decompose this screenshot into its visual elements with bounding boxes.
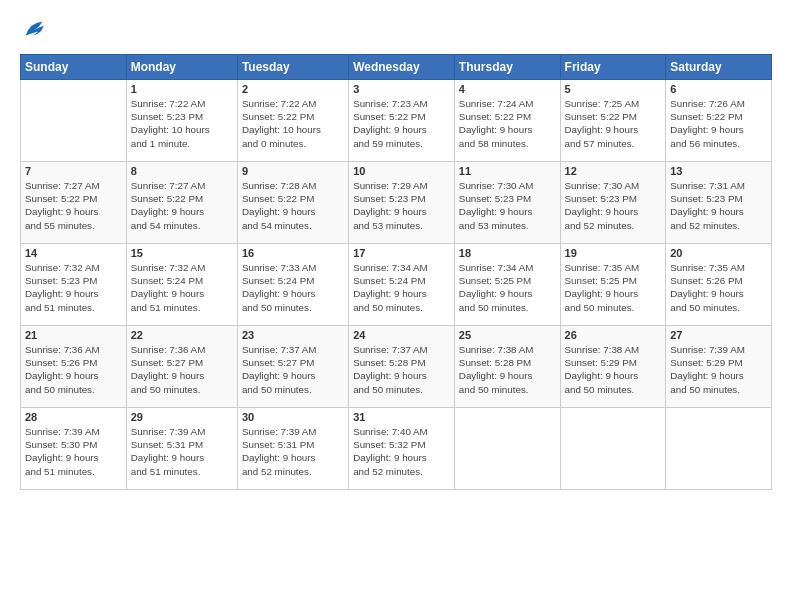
- day-info: Sunrise: 7:31 AM Sunset: 5:23 PM Dayligh…: [670, 179, 767, 232]
- day-number: 21: [25, 329, 122, 341]
- day-number: 20: [670, 247, 767, 259]
- header-row: SundayMondayTuesdayWednesdayThursdayFrid…: [21, 55, 772, 80]
- calendar-cell: 16Sunrise: 7:33 AM Sunset: 5:24 PM Dayli…: [237, 244, 348, 326]
- day-number: 15: [131, 247, 233, 259]
- calendar-cell: 22Sunrise: 7:36 AM Sunset: 5:27 PM Dayli…: [126, 326, 237, 408]
- day-info: Sunrise: 7:25 AM Sunset: 5:22 PM Dayligh…: [565, 97, 662, 150]
- calendar-cell: 11Sunrise: 7:30 AM Sunset: 5:23 PM Dayli…: [454, 162, 560, 244]
- week-row: 14Sunrise: 7:32 AM Sunset: 5:23 PM Dayli…: [21, 244, 772, 326]
- day-number: 31: [353, 411, 450, 423]
- day-info: Sunrise: 7:38 AM Sunset: 5:28 PM Dayligh…: [459, 343, 556, 396]
- calendar-cell: [560, 408, 666, 490]
- day-number: 7: [25, 165, 122, 177]
- week-row: 7Sunrise: 7:27 AM Sunset: 5:22 PM Daylig…: [21, 162, 772, 244]
- day-info: Sunrise: 7:33 AM Sunset: 5:24 PM Dayligh…: [242, 261, 344, 314]
- day-number: 16: [242, 247, 344, 259]
- column-header-sunday: Sunday: [21, 55, 127, 80]
- day-info: Sunrise: 7:37 AM Sunset: 5:27 PM Dayligh…: [242, 343, 344, 396]
- day-number: 30: [242, 411, 344, 423]
- day-info: Sunrise: 7:22 AM Sunset: 5:22 PM Dayligh…: [242, 97, 344, 150]
- calendar-cell: 7Sunrise: 7:27 AM Sunset: 5:22 PM Daylig…: [21, 162, 127, 244]
- day-info: Sunrise: 7:36 AM Sunset: 5:27 PM Dayligh…: [131, 343, 233, 396]
- calendar-cell: 15Sunrise: 7:32 AM Sunset: 5:24 PM Dayli…: [126, 244, 237, 326]
- day-number: 2: [242, 83, 344, 95]
- day-number: 11: [459, 165, 556, 177]
- calendar-cell: 20Sunrise: 7:35 AM Sunset: 5:26 PM Dayli…: [666, 244, 772, 326]
- calendar-cell: 24Sunrise: 7:37 AM Sunset: 5:28 PM Dayli…: [349, 326, 455, 408]
- calendar-table: SundayMondayTuesdayWednesdayThursdayFrid…: [20, 54, 772, 490]
- calendar-cell: 31Sunrise: 7:40 AM Sunset: 5:32 PM Dayli…: [349, 408, 455, 490]
- day-info: Sunrise: 7:32 AM Sunset: 5:23 PM Dayligh…: [25, 261, 122, 314]
- calendar-cell: 30Sunrise: 7:39 AM Sunset: 5:31 PM Dayli…: [237, 408, 348, 490]
- calendar-cell: 12Sunrise: 7:30 AM Sunset: 5:23 PM Dayli…: [560, 162, 666, 244]
- week-row: 21Sunrise: 7:36 AM Sunset: 5:26 PM Dayli…: [21, 326, 772, 408]
- day-number: 29: [131, 411, 233, 423]
- day-info: Sunrise: 7:26 AM Sunset: 5:22 PM Dayligh…: [670, 97, 767, 150]
- column-header-tuesday: Tuesday: [237, 55, 348, 80]
- calendar-cell: 9Sunrise: 7:28 AM Sunset: 5:22 PM Daylig…: [237, 162, 348, 244]
- day-number: 25: [459, 329, 556, 341]
- day-number: 24: [353, 329, 450, 341]
- calendar-cell: 28Sunrise: 7:39 AM Sunset: 5:30 PM Dayli…: [21, 408, 127, 490]
- day-number: 17: [353, 247, 450, 259]
- column-header-wednesday: Wednesday: [349, 55, 455, 80]
- day-number: 4: [459, 83, 556, 95]
- calendar-cell: 18Sunrise: 7:34 AM Sunset: 5:25 PM Dayli…: [454, 244, 560, 326]
- page: SundayMondayTuesdayWednesdayThursdayFrid…: [0, 0, 792, 500]
- day-info: Sunrise: 7:34 AM Sunset: 5:24 PM Dayligh…: [353, 261, 450, 314]
- day-info: Sunrise: 7:27 AM Sunset: 5:22 PM Dayligh…: [25, 179, 122, 232]
- calendar-cell: 13Sunrise: 7:31 AM Sunset: 5:23 PM Dayli…: [666, 162, 772, 244]
- calendar-cell: 23Sunrise: 7:37 AM Sunset: 5:27 PM Dayli…: [237, 326, 348, 408]
- day-info: Sunrise: 7:24 AM Sunset: 5:22 PM Dayligh…: [459, 97, 556, 150]
- calendar-cell: 25Sunrise: 7:38 AM Sunset: 5:28 PM Dayli…: [454, 326, 560, 408]
- header: [20, 16, 772, 44]
- day-info: Sunrise: 7:23 AM Sunset: 5:22 PM Dayligh…: [353, 97, 450, 150]
- day-number: 23: [242, 329, 344, 341]
- week-row: 1Sunrise: 7:22 AM Sunset: 5:23 PM Daylig…: [21, 80, 772, 162]
- day-info: Sunrise: 7:39 AM Sunset: 5:31 PM Dayligh…: [131, 425, 233, 478]
- week-row: 28Sunrise: 7:39 AM Sunset: 5:30 PM Dayli…: [21, 408, 772, 490]
- calendar-cell: 10Sunrise: 7:29 AM Sunset: 5:23 PM Dayli…: [349, 162, 455, 244]
- day-number: 10: [353, 165, 450, 177]
- calendar-cell: 21Sunrise: 7:36 AM Sunset: 5:26 PM Dayli…: [21, 326, 127, 408]
- calendar-cell: [666, 408, 772, 490]
- calendar-cell: 1Sunrise: 7:22 AM Sunset: 5:23 PM Daylig…: [126, 80, 237, 162]
- day-number: 8: [131, 165, 233, 177]
- day-info: Sunrise: 7:38 AM Sunset: 5:29 PM Dayligh…: [565, 343, 662, 396]
- day-info: Sunrise: 7:32 AM Sunset: 5:24 PM Dayligh…: [131, 261, 233, 314]
- day-info: Sunrise: 7:39 AM Sunset: 5:30 PM Dayligh…: [25, 425, 122, 478]
- day-info: Sunrise: 7:28 AM Sunset: 5:22 PM Dayligh…: [242, 179, 344, 232]
- day-number: 27: [670, 329, 767, 341]
- day-number: 9: [242, 165, 344, 177]
- day-number: 13: [670, 165, 767, 177]
- calendar-cell: 6Sunrise: 7:26 AM Sunset: 5:22 PM Daylig…: [666, 80, 772, 162]
- day-info: Sunrise: 7:36 AM Sunset: 5:26 PM Dayligh…: [25, 343, 122, 396]
- day-number: 28: [25, 411, 122, 423]
- calendar-cell: 29Sunrise: 7:39 AM Sunset: 5:31 PM Dayli…: [126, 408, 237, 490]
- day-number: 12: [565, 165, 662, 177]
- column-header-friday: Friday: [560, 55, 666, 80]
- day-number: 18: [459, 247, 556, 259]
- day-number: 6: [670, 83, 767, 95]
- day-number: 22: [131, 329, 233, 341]
- calendar-cell: [454, 408, 560, 490]
- calendar-cell: 17Sunrise: 7:34 AM Sunset: 5:24 PM Dayli…: [349, 244, 455, 326]
- calendar-cell: [21, 80, 127, 162]
- calendar-cell: 3Sunrise: 7:23 AM Sunset: 5:22 PM Daylig…: [349, 80, 455, 162]
- column-header-saturday: Saturday: [666, 55, 772, 80]
- day-number: 5: [565, 83, 662, 95]
- day-info: Sunrise: 7:30 AM Sunset: 5:23 PM Dayligh…: [565, 179, 662, 232]
- calendar-cell: 14Sunrise: 7:32 AM Sunset: 5:23 PM Dayli…: [21, 244, 127, 326]
- calendar-cell: 26Sunrise: 7:38 AM Sunset: 5:29 PM Dayli…: [560, 326, 666, 408]
- day-number: 14: [25, 247, 122, 259]
- column-header-monday: Monday: [126, 55, 237, 80]
- day-info: Sunrise: 7:39 AM Sunset: 5:31 PM Dayligh…: [242, 425, 344, 478]
- day-info: Sunrise: 7:22 AM Sunset: 5:23 PM Dayligh…: [131, 97, 233, 150]
- day-info: Sunrise: 7:27 AM Sunset: 5:22 PM Dayligh…: [131, 179, 233, 232]
- day-info: Sunrise: 7:34 AM Sunset: 5:25 PM Dayligh…: [459, 261, 556, 314]
- column-header-thursday: Thursday: [454, 55, 560, 80]
- day-info: Sunrise: 7:35 AM Sunset: 5:25 PM Dayligh…: [565, 261, 662, 314]
- day-info: Sunrise: 7:40 AM Sunset: 5:32 PM Dayligh…: [353, 425, 450, 478]
- logo-bird-icon: [20, 16, 48, 44]
- calendar-cell: 2Sunrise: 7:22 AM Sunset: 5:22 PM Daylig…: [237, 80, 348, 162]
